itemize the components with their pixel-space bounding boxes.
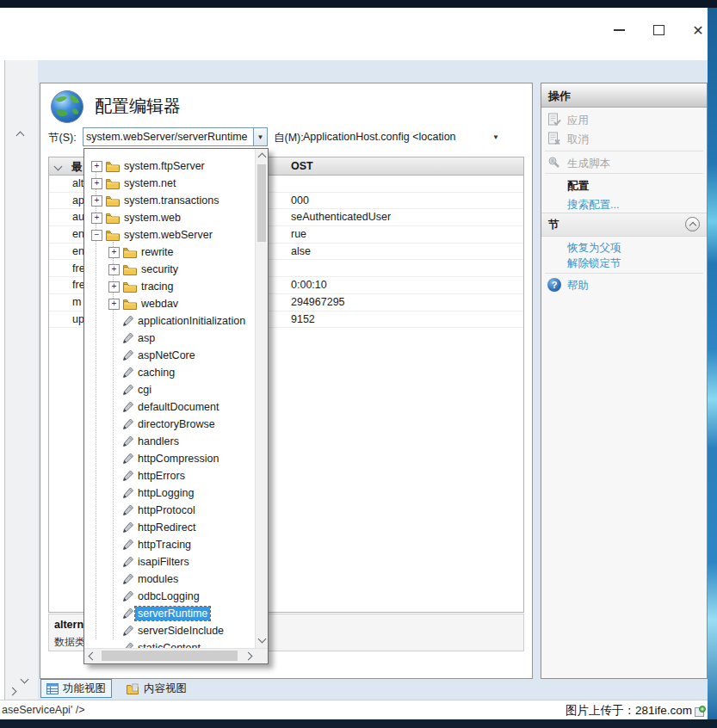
revert-to-parent-link[interactable]: 恢复为父项 [541,240,707,256]
tree-item-serverSideInclude[interactable]: serverSideInclude [84,622,256,639]
help-icon: ? [547,278,561,292]
folder-icon [106,161,120,172]
tree-item-httpProtocol[interactable]: httpProtocol [84,502,256,519]
tree-item-rewrite[interactable]: +rewrite [84,244,256,261]
tree-item-httpErrors[interactable]: httpErrors [84,467,256,484]
tree-item-odbcLogging[interactable]: odbcLogging [84,588,256,605]
config-row-value: seAuthenticatedUser [291,211,391,223]
left-scroll-up-icon[interactable] [16,132,25,140]
expand-toggle-icon[interactable]: + [108,299,120,310]
config-row-value: 294967295 [291,296,345,308]
apply-button[interactable]: 应用 [541,113,707,128]
expand-toggle-icon[interactable]: + [91,178,102,189]
tree-item-serverRuntime[interactable]: serverRuntime [84,605,256,622]
tree-item-cgi[interactable]: cgi [84,381,256,398]
connections-pane-remnant [5,60,38,700]
group-collapse-icon[interactable] [54,163,63,171]
scroll-down-button[interactable] [256,634,268,646]
cancel-label: 取消 [567,133,589,147]
section-pencil-icon [122,367,133,379]
tree-item-security[interactable]: +security [84,261,256,278]
tree-item-webdav[interactable]: +webdav [84,295,256,312]
iis-configuration-editor-window: ✕ Store.BaseServiceApi ▸ ⇄ ✕ ? ▾ [0,0,717,728]
help-link[interactable]: ? 帮助 [541,278,707,293]
section-combobox-dropdown-button[interactable]: ▼ [253,128,267,145]
tree-item-directoryBrowse[interactable]: directoryBrowse [84,416,256,433]
tree-item-label: rewrite [141,246,174,258]
chevron-up-icon [689,221,695,228]
tree-item-handlers[interactable]: handlers [84,433,256,450]
tab-content-view[interactable]: 内容视图 [121,679,192,698]
help-label: 帮助 [567,279,589,293]
chevron-up-icon [257,152,266,161]
tree-item-asp[interactable]: asp [84,330,256,347]
tree-item-applicationInitialization[interactable]: applicationInitialization [84,312,256,330]
scroll-up-button[interactable] [256,151,268,163]
watermark: 图片上传于：281ife.com [566,703,706,719]
tree-item-caching[interactable]: caching [84,364,256,381]
expand-toggle-icon[interactable]: + [91,195,102,207]
actions-divider [545,273,703,274]
tree-item-httpCompression[interactable]: httpCompression [84,450,256,467]
tab-features-view[interactable]: 功能视图 [40,679,112,698]
tree-horizontal-scrollbar[interactable] [84,648,268,663]
generate-script-label: 生成脚本 [567,157,610,171]
section-pencil-icon [122,349,133,361]
chevron-down-icon: ▼ [257,133,264,141]
expand-toggle-icon[interactable]: + [108,247,120,258]
config-row-value: 0:00:10 [291,279,327,291]
left-scroll-right-icon[interactable] [9,688,17,696]
features-view-label: 功能视图 [63,682,106,696]
config-row-name: en [72,228,84,240]
folder-icon [106,230,120,241]
property-type-text: 数据类 [54,635,85,650]
tree-vertical-scrollbar[interactable] [255,149,268,649]
tree-item-defaultDocument[interactable]: defaultDocument [84,398,256,416]
tree-item-httpRedirect[interactable]: httpRedirect [84,519,256,536]
tree-item-label: handlers [138,435,179,447]
tree-item-system.webServer[interactable]: −system.webServer [84,226,256,244]
scroll-right-button[interactable] [242,650,254,662]
tree-item-isapiFilters[interactable]: isapiFilters [84,553,256,571]
tree-item-httpLogging[interactable]: httpLogging [84,484,256,502]
left-scroll-down-icon[interactable] [21,676,29,684]
revert-to-parent-label: 恢复为父项 [567,241,621,256]
scroll-left-button[interactable] [86,650,98,662]
chevron-down-icon: ▼ [492,133,499,141]
tree-item-aspNetCore[interactable]: aspNetCore [84,347,256,364]
cancel-button[interactable]: 取消 [541,132,707,147]
search-config-label: 搜索配置... [567,198,619,213]
from-combobox[interactable]: ApplicationHost.config <location ▼ [303,127,499,146]
tree-item-system.net[interactable]: +system.net [84,175,256,192]
search-config-link[interactable]: 搜索配置... [541,197,707,213]
tree-item-tracing[interactable]: +tracing [84,278,256,295]
tree-item-label: caching [138,367,175,379]
page-title: 配置编辑器 [95,95,181,118]
tree-item-label: serverSideInclude [138,625,224,637]
tree-item-httpTracing[interactable]: httpTracing [84,536,256,553]
tree-item-system.transactions[interactable]: +system.transactions [84,192,256,209]
config-row-value: rue [291,228,306,240]
unlock-section-link[interactable]: 解除锁定节 [541,256,707,271]
collapse-section-button[interactable] [685,217,700,231]
horizontal-scroll-thumb[interactable] [102,651,238,661]
tree-item-system.web[interactable]: +system.web [84,209,256,226]
tree-item-label: tracing [141,281,174,293]
tree-item-label: webdav [141,298,178,310]
expand-toggle-icon[interactable]: − [91,230,102,241]
generate-script-button[interactable]: 生成脚本 [541,156,707,171]
tree-item-system.ftpServer[interactable]: +system.ftpServer [84,157,256,175]
expand-toggle-icon[interactable]: + [91,213,102,224]
folder-icon [106,213,120,224]
tree-item-label: serverRuntime [135,607,210,620]
tree-item-modules[interactable]: modules [84,571,256,588]
window-titlebar: ✕ [0,8,717,38]
expand-toggle-icon[interactable]: + [91,161,102,172]
expand-toggle-icon[interactable]: + [108,281,120,293]
unlock-section-label: 解除锁定节 [567,256,621,271]
section-combobox[interactable]: system.webServer/serverRuntime ▼ [83,127,268,146]
config-row-name: en [72,245,84,257]
vertical-scroll-thumb[interactable] [257,164,266,242]
section-pencil-icon [122,504,133,516]
expand-toggle-icon[interactable]: + [108,264,120,275]
